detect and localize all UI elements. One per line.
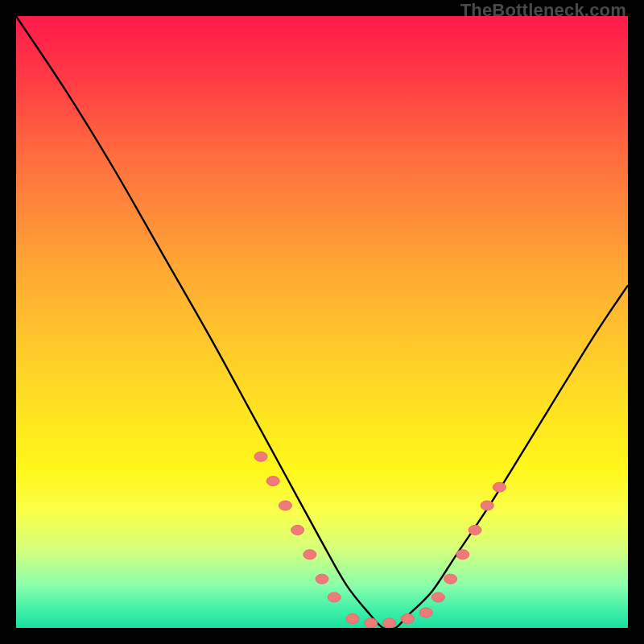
curve-marker bbox=[444, 574, 457, 584]
curve-marker bbox=[303, 550, 316, 559]
marker-group-valley bbox=[346, 608, 432, 628]
marker-group-right bbox=[431, 482, 506, 602]
curve-marker bbox=[291, 525, 304, 535]
curve-svg bbox=[16, 16, 628, 628]
curve-marker bbox=[431, 592, 444, 602]
curve-marker bbox=[328, 592, 341, 602]
marker-group-left bbox=[254, 452, 341, 602]
curve-marker bbox=[401, 614, 414, 624]
outer-frame: TheBottleneck.com bbox=[0, 0, 644, 644]
curve-marker bbox=[254, 452, 267, 461]
curve-marker bbox=[266, 477, 279, 486]
curve-marker bbox=[383, 618, 396, 628]
curve-marker bbox=[419, 608, 432, 617]
curve-marker bbox=[456, 550, 469, 559]
curve-marker bbox=[316, 574, 328, 584]
curve-marker bbox=[493, 482, 506, 492]
curve-marker bbox=[481, 501, 493, 510]
curve-marker bbox=[469, 525, 481, 535]
bottleneck-curve bbox=[16, 16, 628, 628]
gradient-plot-area bbox=[16, 16, 628, 628]
curve-marker bbox=[279, 501, 291, 510]
curve-marker bbox=[346, 614, 359, 624]
curve-marker bbox=[365, 618, 378, 628]
